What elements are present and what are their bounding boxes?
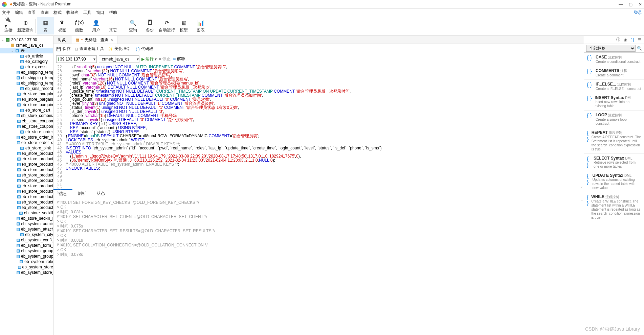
eye-icon[interactable]: ◉ bbox=[624, 38, 627, 42]
tree-item[interactable]: ▦eb_store_bargain bbox=[0, 102, 53, 107]
connection-select[interactable]: 39.103.137.90▾ bbox=[56, 55, 97, 63]
menu-help[interactable]: 帮助 bbox=[109, 10, 117, 16]
ribbon-新建查询[interactable]: ⊕新建查询 bbox=[17, 17, 34, 34]
snippet-item[interactable]: { }COMMENTS 注释Create a comment bbox=[584, 66, 644, 80]
stop-button[interactable]: ■ 停止 bbox=[159, 56, 171, 62]
menu-fav[interactable]: 收藏夹 bbox=[66, 10, 79, 16]
tree-item[interactable]: ▦eb_store_bargain bbox=[0, 97, 53, 102]
tree-item[interactable]: ▦eb_system_role bbox=[0, 259, 53, 264]
tree-item[interactable]: ▦eb_store_product bbox=[0, 194, 53, 199]
tree-item[interactable]: ▦eb_store_product bbox=[0, 162, 53, 167]
braces-icon[interactable]: { } bbox=[630, 38, 634, 42]
tree-item[interactable]: ▦eb_store_seckill bbox=[0, 210, 53, 216]
ribbon-函数[interactable]: ƒ(x)函数 bbox=[71, 17, 88, 34]
tree-item[interactable]: ▦eb_store_order bbox=[0, 129, 53, 135]
explain-button[interactable]: ≋ 解释 bbox=[173, 56, 185, 62]
tree-item[interactable]: ▦eb_store_combina bbox=[0, 113, 53, 118]
tree-item[interactable]: ▦eb_system_attach bbox=[0, 226, 53, 232]
tree-item[interactable]: ▦eb_system_config bbox=[0, 237, 53, 243]
tab-info[interactable]: 信息 bbox=[53, 189, 72, 198]
menu-tools[interactable]: 工具 bbox=[83, 10, 91, 16]
tab-query[interactable]: ▦ • 无标题 - 查询 × bbox=[71, 36, 117, 44]
tree-item[interactable]: ▦eb_store_product bbox=[0, 178, 53, 183]
tree-item[interactable]: ▦eb_category bbox=[0, 59, 53, 64]
maximize-button[interactable]: ▢ bbox=[629, 2, 632, 7]
ribbon-表[interactable]: ▦表 bbox=[37, 17, 54, 34]
run-button[interactable]: ▶运行▾ bbox=[141, 56, 157, 62]
tree-item[interactable]: ▦eb_system_form_t bbox=[0, 243, 53, 248]
tree-item[interactable]: ▦eb_system_city bbox=[0, 232, 53, 237]
query-builder-button[interactable]: ⊟查询创建工具 bbox=[75, 46, 104, 52]
tree-item[interactable]: ▦eb_store_seckill_r bbox=[0, 216, 53, 221]
sql-editor[interactable]: 22 23 24 25 26 27 28 29 30 31 32 33 34 3… bbox=[53, 64, 584, 189]
tree-item[interactable]: ▦eb_sms_record bbox=[0, 86, 53, 91]
tree-item[interactable]: ⌄crmeb_java_os bbox=[0, 43, 53, 48]
tree-item[interactable]: ▦eb_express bbox=[0, 64, 53, 70]
tree-item[interactable]: ▦eb_store_coupon bbox=[0, 118, 53, 124]
search-icon[interactable]: 🔍 bbox=[636, 46, 642, 51]
tree-item[interactable]: ▦eb_store_product bbox=[0, 172, 53, 178]
scroll-up-icon[interactable]: ⌃ bbox=[580, 199, 583, 204]
tree-item[interactable]: ▦eb_store_product bbox=[0, 189, 53, 194]
tree-item[interactable]: ▦eb_system_admin bbox=[0, 221, 53, 226]
menu-view[interactable]: 查看 bbox=[28, 10, 36, 16]
menu-format[interactable]: 格式 bbox=[53, 10, 62, 16]
close-tab-icon[interactable]: × bbox=[111, 38, 113, 42]
tree-item[interactable]: ▦eb_store_product bbox=[0, 156, 53, 162]
tree-item[interactable]: ▦eb_system_store bbox=[0, 264, 53, 270]
ribbon-图表[interactable]: 📊图表 bbox=[192, 17, 209, 34]
save-button[interactable]: 💾保存 bbox=[56, 46, 71, 52]
minimize-button[interactable]: — bbox=[619, 2, 623, 7]
object-tree[interactable]: ⌄39.103.137.90⌄crmeb_java_os⌄▦表▦eb_artic… bbox=[0, 36, 53, 335]
tag-filter-select[interactable]: 全部标签 bbox=[586, 45, 636, 52]
tree-item[interactable]: ▦eb_shipping_temp bbox=[0, 80, 53, 86]
snippet-item[interactable]: { }UPDATE Syntax DMLUpdates columns of e… bbox=[584, 171, 644, 192]
tree-item[interactable]: ⌄▦表 bbox=[0, 48, 53, 53]
tree-item[interactable]: ▦eb_store_product bbox=[0, 151, 53, 156]
menu-window[interactable]: 窗口 bbox=[96, 10, 104, 16]
scroll-down-icon[interactable]: ⌄ bbox=[580, 185, 583, 188]
login-link[interactable]: 登录 bbox=[634, 10, 642, 16]
tree-item[interactable]: ▦eb_system_store_ bbox=[0, 270, 53, 275]
tree-item[interactable]: ▦eb_store_pink bbox=[0, 145, 53, 151]
tree-item[interactable]: ▦eb_article bbox=[0, 53, 53, 59]
close-button[interactable]: ✕ bbox=[639, 2, 642, 7]
beautify-button[interactable]: ✨美化 SQL bbox=[108, 46, 132, 52]
ribbon-其它[interactable]: ⋯其它 bbox=[105, 17, 121, 34]
snippet-item[interactable]: { }IF...ELSE... 流程控制Create a IF...ELSE..… bbox=[584, 80, 644, 93]
snippet-item[interactable]: { }WHILE 流程控制Create a WHILE construct. T… bbox=[584, 192, 644, 222]
tree-item[interactable]: ▦eb_store_product bbox=[0, 167, 53, 172]
menu-edit[interactable]: 编辑 bbox=[15, 10, 23, 16]
info-icon[interactable]: ⓘ bbox=[616, 37, 620, 43]
tree-item[interactable]: ▦eb_store_product bbox=[0, 199, 53, 205]
ribbon-视图[interactable]: 👁视图 bbox=[54, 17, 71, 34]
tree-item[interactable]: ▦eb_store_coupon bbox=[0, 124, 53, 129]
tree-item[interactable]: ▦eb_store_cart bbox=[0, 107, 53, 113]
tree-item[interactable]: ▦eb_shipping_temp bbox=[0, 70, 53, 75]
tree-item[interactable]: ▦eb_system_group bbox=[0, 254, 53, 259]
tab-status[interactable]: 状态 bbox=[91, 189, 110, 198]
tree-item[interactable]: ▦eb_store_bargain bbox=[0, 91, 53, 97]
tree-item[interactable]: ▦eb_shipping_temp bbox=[0, 75, 53, 80]
menu-query[interactable]: 查询 bbox=[41, 10, 49, 16]
code-area[interactable]: `id` smallint(5) unsigned NOT NULL AUTO_… bbox=[64, 64, 584, 189]
snippet-item[interactable]: { }CASE 流程控制Create a conditional constru… bbox=[584, 53, 644, 66]
snippet-button[interactable]: ( )代码段 bbox=[136, 46, 153, 52]
list-icon[interactable]: ☰ bbox=[638, 38, 641, 42]
tab-objects[interactable]: 对象 bbox=[53, 36, 70, 44]
ribbon-模型[interactable]: ▧模型 bbox=[175, 17, 192, 34]
snippet-item[interactable]: { }REPEAT 流程控制Create A REPEAT construct.… bbox=[584, 128, 644, 154]
tree-item[interactable]: ▦eb_store_product bbox=[0, 183, 53, 189]
tab-profile[interactable]: 剖析 bbox=[72, 189, 91, 198]
ribbon-备份[interactable]: 🗄备份 bbox=[141, 17, 158, 34]
tree-item[interactable]: ▦eb_store_order_s bbox=[0, 140, 53, 145]
tree-item[interactable]: ⌄39.103.137.90 bbox=[0, 37, 53, 43]
ribbon-自动运行[interactable]: ⟳自动运行 bbox=[158, 17, 175, 34]
ribbon-连接[interactable]: 🔌▾连接 bbox=[0, 17, 17, 34]
database-select[interactable]: crmeb_java_os▾ bbox=[99, 55, 139, 63]
menu-file[interactable]: 文件 bbox=[2, 10, 10, 16]
tree-item[interactable]: ▦eb_store_order_ir bbox=[0, 135, 53, 140]
snippet-item[interactable]: { }INSERT Syntax DMLInsert new rows into… bbox=[584, 93, 644, 111]
ribbon-查询[interactable]: 🔍查询 bbox=[125, 17, 141, 34]
snippet-item[interactable]: { }SELECT Syntax DMLRetrieve rows select… bbox=[584, 154, 644, 171]
